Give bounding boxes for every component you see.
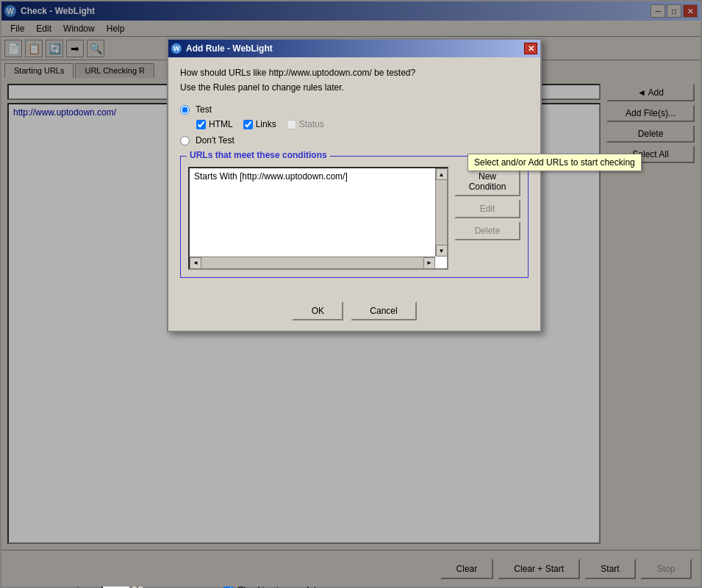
conditions-section: URLs that meet these conditions Starts W… (180, 156, 529, 278)
dont-test-radio[interactable] (180, 136, 190, 146)
scrollbar-horizontal[interactable]: ◄ ► (190, 257, 435, 268)
conditions-list: Starts With [http://www.uptodown.com/] ▲… (188, 167, 448, 270)
dialog-content: How should URLs like http://www.uptodown… (168, 57, 540, 298)
edit-condition-button[interactable]: Edit (454, 199, 520, 218)
test-radio-row: Test (180, 104, 529, 115)
scroll-right-arrow[interactable]: ► (423, 257, 435, 269)
status-checkbox-item: Status (287, 119, 324, 129)
dialog-desc2: Use the Rules panel to change rules late… (180, 82, 529, 93)
add-rule-dialog: W Add Rule - WebLight ✕ How should URLs … (167, 38, 542, 332)
test-radio[interactable] (180, 105, 190, 115)
scroll-left-arrow[interactable]: ◄ (190, 257, 201, 269)
checkbox-inline-group: HTML Links Status (196, 119, 529, 129)
links-checkbox-item: Links (243, 119, 276, 129)
main-window: W Check - WebLight ─ □ ✕ File Edit Windo… (0, 0, 702, 588)
dialog-title: Add Rule - WebLight (186, 43, 273, 54)
conditions-buttons: New Condition Edit Delete (454, 167, 520, 270)
tooltip: Select and/or Add URLs to start checking (468, 154, 642, 171)
status-checkbox[interactable] (287, 120, 296, 129)
delete-condition-button[interactable]: Delete (454, 221, 520, 240)
radio-group: Test HTML Links Status (180, 104, 529, 146)
ok-button[interactable]: OK (292, 301, 343, 320)
scroll-up-arrow[interactable]: ▲ (436, 168, 448, 180)
dont-test-radio-row: Don't Test (180, 135, 529, 146)
condition-item[interactable]: Starts With [http://www.uptodown.com/] (191, 170, 445, 183)
conditions-inner: Starts With [http://www.uptodown.com/] ▲… (188, 167, 520, 270)
tooltip-text: Select and/or Add URLs to start checking (474, 157, 635, 168)
dialog-desc1: How should URLs like http://www.uptodown… (180, 68, 529, 78)
dialog-bottom: OK Cancel (168, 298, 540, 331)
html-label: HTML (209, 119, 233, 129)
html-checkbox[interactable] (196, 120, 206, 129)
conditions-title: URLs that meet these conditions (187, 150, 330, 160)
links-label: Links (256, 119, 276, 129)
dialog-icon: W (171, 43, 182, 54)
links-checkbox[interactable] (243, 120, 253, 129)
dont-test-label: Don't Test (196, 135, 234, 146)
dialog-title-bar: W Add Rule - WebLight ✕ (168, 40, 540, 57)
conditions-list-inner: Starts With [http://www.uptodown.com/] (190, 168, 447, 184)
scrollbar-vertical[interactable]: ▲ ▼ (435, 168, 447, 257)
dialog-close-button[interactable]: ✕ (524, 43, 537, 54)
html-checkbox-item: HTML (196, 119, 233, 129)
test-label: Test (196, 104, 212, 115)
new-condition-button[interactable]: New Condition (454, 167, 520, 196)
status-label: Status (299, 119, 324, 129)
scroll-down-arrow[interactable]: ▼ (436, 245, 448, 257)
cancel-button[interactable]: Cancel (351, 301, 416, 320)
